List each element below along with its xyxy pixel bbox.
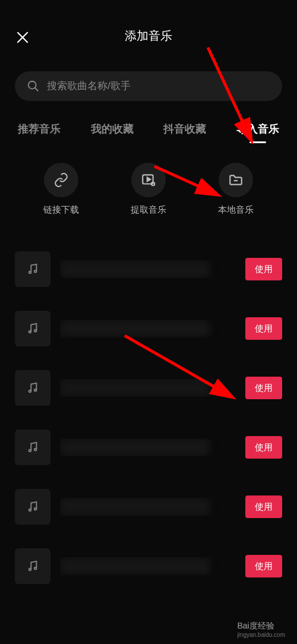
- music-row: 使用: [15, 239, 282, 299]
- link-icon: [53, 172, 69, 188]
- watermark: Bai度经验 jingyan.baidu.com: [237, 621, 285, 638]
- music-thumb[interactable]: [15, 430, 50, 465]
- import-link-label: 链接下载: [43, 204, 79, 216]
- use-button[interactable]: 使用: [245, 436, 282, 459]
- music-meta: [60, 379, 236, 397]
- music-thumb[interactable]: [15, 251, 50, 287]
- svg-point-12: [29, 390, 31, 393]
- music-note-icon: [26, 381, 39, 394]
- music-row: 使用: [15, 536, 282, 596]
- svg-point-17: [34, 508, 37, 510]
- svg-point-9: [34, 270, 37, 273]
- music-row: 使用: [15, 299, 282, 358]
- use-button[interactable]: 使用: [245, 258, 282, 280]
- extract-icon: [141, 172, 156, 188]
- search-bar[interactable]: [15, 71, 282, 101]
- svg-point-11: [34, 330, 37, 332]
- import-link-download[interactable]: 链接下载: [43, 163, 79, 216]
- tabs: 推荐音乐 我的收藏 抖音收藏 导入音乐: [0, 122, 297, 142]
- music-meta: [60, 498, 236, 516]
- import-options: 链接下载 提取音乐 本地音乐: [0, 163, 297, 216]
- svg-marker-5: [147, 178, 150, 182]
- search-icon: [27, 80, 40, 93]
- import-extract-label: 提取音乐: [131, 204, 166, 216]
- close-icon: [15, 30, 30, 45]
- watermark-sub: jingyan.baidu.com: [237, 632, 285, 638]
- use-button[interactable]: 使用: [245, 377, 282, 399]
- music-thumb[interactable]: [15, 311, 50, 346]
- use-button[interactable]: 使用: [245, 495, 282, 518]
- music-meta: [60, 438, 236, 456]
- search-input[interactable]: [47, 80, 270, 92]
- music-note-icon: [26, 560, 39, 573]
- tab-import[interactable]: 导入音乐: [236, 122, 279, 142]
- header: 添加音乐: [0, 0, 297, 53]
- music-meta: [60, 557, 236, 575]
- music-note-icon: [26, 441, 39, 454]
- svg-point-18: [29, 569, 31, 571]
- import-local-music[interactable]: 本地音乐: [218, 163, 254, 216]
- music-row: 使用: [15, 477, 282, 536]
- music-thumb[interactable]: [15, 489, 50, 525]
- music-thumb[interactable]: [15, 370, 50, 406]
- svg-point-13: [34, 389, 37, 392]
- page-title: 添加音乐: [125, 28, 172, 44]
- svg-line-3: [35, 88, 39, 91]
- import-local-label: 本地音乐: [218, 204, 254, 216]
- music-row: 使用: [15, 418, 282, 477]
- tab-recommend[interactable]: 推荐音乐: [18, 122, 61, 142]
- svg-point-14: [29, 450, 31, 452]
- svg-point-10: [29, 331, 31, 333]
- watermark-main: Bai度经验: [237, 621, 274, 630]
- use-button[interactable]: 使用: [245, 555, 282, 577]
- music-thumb[interactable]: [15, 548, 50, 584]
- import-extract-music[interactable]: 提取音乐: [131, 163, 166, 216]
- music-list: 使用 使用 使用 使用 使用 使用: [0, 239, 297, 596]
- music-note-icon: [26, 500, 39, 513]
- svg-point-19: [34, 567, 37, 570]
- music-note-icon: [26, 322, 39, 335]
- svg-point-15: [34, 449, 37, 451]
- music-note-icon: [26, 263, 39, 276]
- svg-point-8: [29, 272, 31, 274]
- tab-douyin-fav[interactable]: 抖音收藏: [163, 122, 206, 142]
- tab-favorites[interactable]: 我的收藏: [91, 122, 134, 142]
- svg-point-2: [29, 81, 36, 89]
- music-meta: [60, 260, 236, 278]
- folder-icon: [228, 172, 244, 188]
- music-row: 使用: [15, 358, 282, 418]
- svg-point-16: [29, 509, 31, 512]
- music-meta: [60, 320, 236, 337]
- close-button[interactable]: [15, 30, 33, 48]
- use-button[interactable]: 使用: [245, 317, 282, 340]
